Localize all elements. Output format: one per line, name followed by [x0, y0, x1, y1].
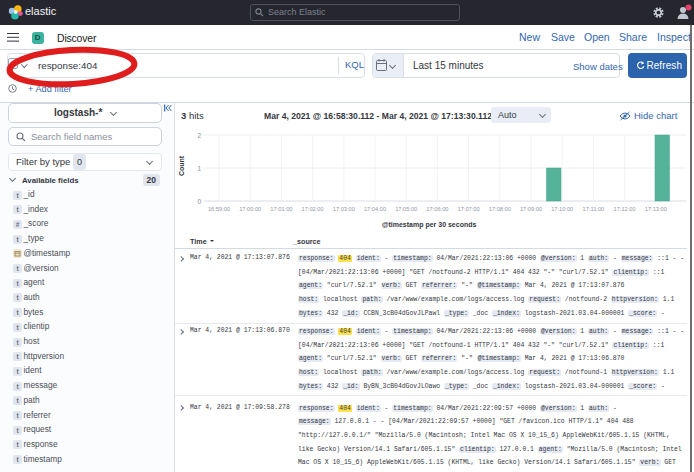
svg-text:17:12:00: 17:12:00: [614, 206, 636, 212]
svg-text:17:04:00: 17:04:00: [364, 206, 386, 212]
svg-text:Count: Count: [178, 155, 185, 176]
svg-text:17:02:00: 17:02:00: [302, 206, 324, 212]
svg-text:17:13:00: 17:13:00: [645, 206, 667, 212]
svg-text:17:08:00: 17:08:00: [489, 206, 511, 212]
svg-text:1: 1: [197, 165, 201, 172]
svg-text:17:01:00: 17:01:00: [270, 206, 292, 212]
svg-text:2: 2: [197, 132, 201, 139]
svg-text:17:11:00: 17:11:00: [583, 206, 605, 212]
svg-text:17:00:00: 17:00:00: [239, 206, 261, 212]
svg-text:17:07:00: 17:07:00: [458, 206, 480, 212]
svg-text:16:59:00: 16:59:00: [208, 206, 230, 212]
svg-text:@timestamp per 30 seconds: @timestamp per 30 seconds: [382, 221, 477, 229]
svg-text:0: 0: [197, 198, 201, 205]
svg-text:17:10:00: 17:10:00: [551, 206, 573, 212]
svg-text:17:05:00: 17:05:00: [395, 206, 417, 212]
svg-text:17:09:00: 17:09:00: [520, 206, 542, 212]
svg-text:17:06:00: 17:06:00: [426, 206, 448, 212]
svg-text:17:03:00: 17:03:00: [333, 206, 355, 212]
